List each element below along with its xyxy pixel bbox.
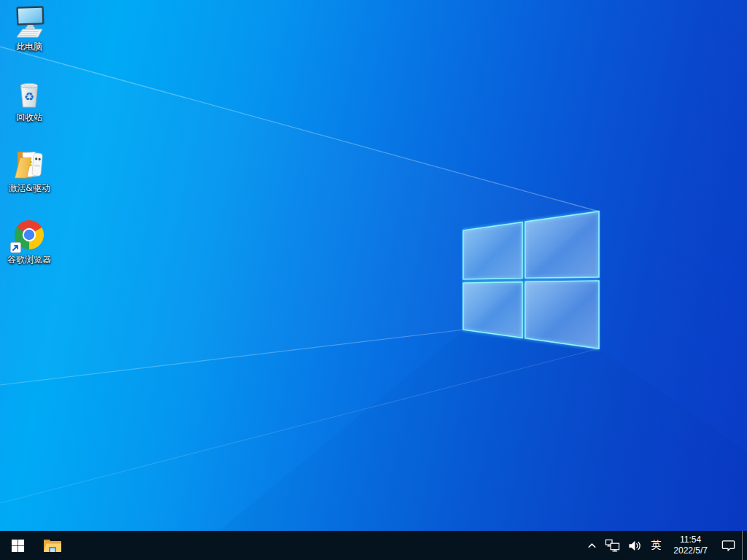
action-center-button[interactable] xyxy=(714,531,742,560)
svg-text:♻: ♻ xyxy=(24,90,34,104)
clock-time: 11:54 xyxy=(680,534,701,545)
windows-start-icon xyxy=(11,539,25,553)
desktop-icon-label: 激活&驱动 xyxy=(8,183,50,193)
desktop-icon-chrome[interactable]: 谷歌浏览器 xyxy=(1,217,58,265)
chevron-up-icon xyxy=(587,540,597,551)
taskbar-empty-area[interactable] xyxy=(70,531,583,560)
open-folder-icon xyxy=(12,146,47,181)
tray-overflow-button[interactable] xyxy=(583,531,601,560)
desktop-surface[interactable]: 此电脑 ♻ xyxy=(0,0,747,531)
system-tray: 英 11:54 2022/5/7 xyxy=(583,531,747,560)
file-explorer-icon xyxy=(43,537,62,553)
shortcut-arrow-icon xyxy=(10,242,21,253)
tray-clock[interactable]: 11:54 2022/5/7 xyxy=(667,531,714,560)
wallpaper-windows-logo xyxy=(462,210,600,352)
desktop-icon-label: 回收站 xyxy=(16,112,42,122)
desktop-icon-activation-folder[interactable]: 激活&驱动 xyxy=(1,146,58,193)
desktop-icon-this-pc[interactable]: 此电脑 xyxy=(1,4,58,52)
file-explorer-button[interactable] xyxy=(35,531,70,560)
notification-bubble-icon xyxy=(721,539,736,553)
clock-date: 2022/5/7 xyxy=(673,545,708,556)
windows-desktop-screen: 此电脑 ♻ xyxy=(0,0,747,560)
desktop-icon-recycle-bin[interactable]: ♻ 回收站 xyxy=(1,75,58,122)
desktop-icon-label: 谷歌浏览器 xyxy=(7,254,51,265)
speaker-volume-icon xyxy=(627,539,641,553)
desktop-icon-column: 此电脑 ♻ xyxy=(1,0,58,531)
wallpaper-light-rays xyxy=(0,0,747,531)
monitor-keyboard-icon xyxy=(12,4,47,39)
taskbar: 英 11:54 2022/5/7 xyxy=(0,531,747,560)
desktop-icon-label: 此电脑 xyxy=(16,42,42,52)
network-button[interactable] xyxy=(601,531,624,560)
recycle-bin-icon: ♻ xyxy=(12,75,47,110)
volume-button[interactable] xyxy=(624,531,645,560)
start-button[interactable] xyxy=(0,531,35,560)
ime-indicator[interactable]: 英 xyxy=(645,531,667,560)
ethernet-network-icon xyxy=(605,539,620,553)
show-desktop-button[interactable] xyxy=(742,531,747,560)
